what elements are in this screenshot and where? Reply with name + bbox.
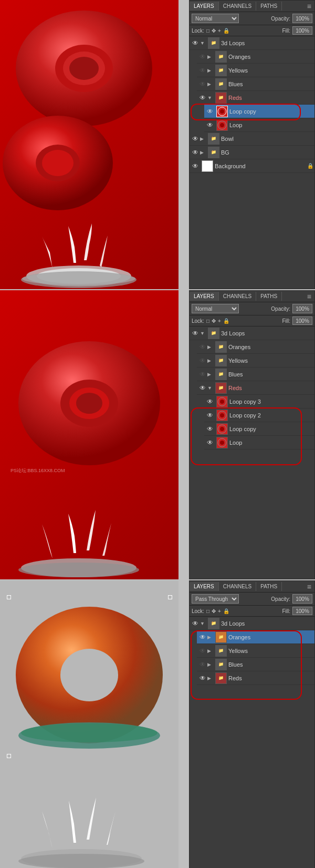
layer-loopcopy3-2[interactable]: 👁 Loop copy 3 (204, 395, 314, 409)
expand-oranges-3[interactable]: ▶ (207, 635, 214, 640)
opacity-input-2[interactable] (292, 304, 312, 313)
lock-image-icon-1: + (218, 28, 221, 34)
lock-a-3: 🔒 (223, 608, 229, 614)
expand-reds-3[interactable]: ▶ (207, 676, 214, 681)
layer-blues-1[interactable]: 👁 ▶ 📁 Blues (197, 77, 314, 91)
layer-oranges-1[interactable]: 👁 ▶ 📁 Oranges (197, 50, 314, 64)
layer-oranges-2[interactable]: 👁 ▶ 📁 Oranges (197, 340, 314, 354)
visibility-icon-yellows-3[interactable]: 👁 (198, 647, 207, 655)
visibility-icon-3dLoops-3[interactable]: 👁 (191, 620, 200, 627)
layer-reds-3[interactable]: 👁 ▶ 📁 Reds (197, 671, 314, 685)
blend-mode-select-1[interactable]: Normal (192, 14, 239, 23)
opacity-label-2: Opacity: (271, 306, 290, 312)
layer-name-loopcopy3-2: Loop copy 3 (229, 399, 313, 405)
layer-background-1[interactable]: 👁 Background 🔒 (190, 159, 314, 173)
expand-bg-1[interactable]: ▶ (200, 150, 206, 155)
expand-yellows-2[interactable]: ▶ (207, 358, 214, 363)
visibility-icon-loopcopy-2[interactable]: 👁 (205, 425, 215, 433)
fill-input-3[interactable] (292, 607, 312, 615)
layer-name-loopcopy-2: Loop copy (229, 426, 313, 432)
lock-m-2: ✥ (212, 318, 216, 324)
visibility-icon-loopcopy-1[interactable]: 👁 (205, 108, 215, 115)
expand-3dLoops-1[interactable]: ▼ (200, 40, 206, 46)
tab-channels-2[interactable]: CHANNELS (219, 292, 256, 301)
visibility-icon-3dLoops-2[interactable]: 👁 (191, 330, 200, 337)
expand-bowl-1[interactable]: ▶ (200, 136, 206, 141)
visibility-icon-yellows-2[interactable]: 👁 (198, 357, 207, 364)
visibility-icon-oranges-3[interactable]: 👁 (198, 634, 207, 641)
expand-reds-2[interactable]: ▼ (207, 385, 214, 391)
visibility-icon-blues-1[interactable]: 👁 (198, 80, 207, 88)
expand-3dLoops-2[interactable]: ▼ (200, 331, 206, 336)
layer-loop-2[interactable]: 👁 Loop (204, 436, 314, 450)
expand-reds-1[interactable]: ▼ (207, 95, 214, 100)
tab-paths-2[interactable]: PATHS (256, 292, 282, 301)
layer-yellows-1[interactable]: 👁 ▶ 📁 Yellows (197, 64, 314, 77)
visibility-icon-reds-3[interactable]: 👁 (198, 675, 207, 682)
expand-blues-1[interactable]: ▶ (207, 81, 214, 87)
layer-loop-1[interactable]: 👁 Loop (204, 118, 314, 132)
visibility-icon-3dLoops-1[interactable]: 👁 (191, 39, 200, 47)
fill-label-3: Fill: (282, 608, 290, 614)
visibility-icon-loopcopy2-2[interactable]: 👁 (205, 412, 215, 419)
tab-paths-1[interactable]: PATHS (256, 2, 282, 11)
panel-menu-1[interactable]: ≡ (304, 1, 314, 12)
expand-blues-3[interactable]: ▶ (207, 662, 214, 667)
layer-3dLoops-2[interactable]: 👁 ▼ 📁 3d Loops (190, 326, 314, 340)
visibility-icon-blues-3[interactable]: 👁 (198, 661, 207, 668)
expand-yellows-1[interactable]: ▶ (207, 68, 214, 73)
expand-oranges-2[interactable]: ▶ (207, 344, 214, 350)
layer-bg-1[interactable]: 👁 ▶ 📁 BG (190, 146, 314, 159)
opacity-input-1[interactable] (292, 14, 312, 23)
tab-paths-3[interactable]: PATHS (256, 582, 282, 591)
layer-loopcopy2-2[interactable]: 👁 Loop copy 2 (204, 409, 314, 422)
visibility-icon-bg-1[interactable]: 👁 (191, 149, 200, 156)
expand-yellows-3[interactable]: ▶ (207, 648, 214, 653)
svg-point-20 (18, 563, 139, 577)
layer-thumb-3dLoops-3: 📁 (208, 618, 219, 629)
tab-layers-2[interactable]: LAYERS (190, 292, 219, 301)
visibility-icon-oranges-2[interactable]: 👁 (198, 343, 207, 351)
visibility-icon-oranges-1[interactable]: 👁 (198, 53, 207, 60)
layer-3dLoops-1[interactable]: 👁 ▼ 📁 3d Loops (190, 36, 314, 50)
layer-loopcopy-1[interactable]: 👁 Loop copy (204, 105, 314, 118)
watermark-2: PS论坛:BBS.16XX8.COM (10, 467, 65, 474)
layer-yellows-2[interactable]: 👁 ▶ 📁 Yellows (197, 354, 314, 367)
blend-mode-select-2[interactable]: Normal (192, 304, 239, 313)
fill-input-2[interactable] (292, 316, 312, 325)
blend-row-1: Normal Opacity: (190, 12, 314, 25)
layer-loopcopy-2[interactable]: 👁 Loop copy (204, 422, 314, 436)
tab-layers-1[interactable]: LAYERS (190, 2, 219, 11)
panel-tabs-3: LAYERS CHANNELS PATHS ≡ (190, 581, 314, 593)
layer-bowl-1[interactable]: 👁 ▶ 📁 Bowl (190, 132, 314, 146)
visibility-icon-background-1[interactable]: 👁 (191, 162, 200, 170)
visibility-icon-loop-1[interactable]: 👁 (205, 121, 215, 129)
fill-input-1[interactable] (292, 26, 312, 35)
visibility-icon-loop-2[interactable]: 👁 (205, 439, 215, 446)
visibility-icon-loopcopy3-2[interactable]: 👁 (205, 398, 215, 405)
visibility-icon-reds-2[interactable]: 👁 (198, 384, 207, 392)
tab-layers-3[interactable]: LAYERS (190, 582, 219, 591)
expand-blues-2[interactable]: ▶ (207, 372, 214, 377)
visibility-icon-bowl-1[interactable]: 👁 (191, 135, 200, 142)
layer-3dLoops-3[interactable]: 👁 ▼ 📁 3d Loops (190, 617, 314, 630)
layer-yellows-3[interactable]: 👁 ▶ 📁 Yellows (197, 644, 314, 658)
blend-mode-select-3[interactable]: Pass Through (192, 594, 239, 604)
visibility-icon-blues-2[interactable]: 👁 (198, 371, 207, 378)
visibility-icon-reds-1[interactable]: 👁 (198, 94, 207, 101)
layer-oranges-3[interactable]: 👁 ▶ 📁 Oranges (197, 630, 314, 644)
expand-3dLoops-3[interactable]: ▼ (200, 621, 206, 626)
layer-reds-1[interactable]: 👁 ▼ 📁 Reds (197, 91, 314, 105)
lock-a-2: 🔒 (223, 318, 229, 324)
expand-oranges-1[interactable]: ▶ (207, 54, 214, 59)
panel-menu-2[interactable]: ≡ (304, 291, 314, 302)
svg-point-34 (18, 854, 144, 868)
tab-channels-1[interactable]: CHANNELS (219, 2, 256, 11)
opacity-input-3[interactable] (292, 594, 312, 604)
layer-reds-2[interactable]: 👁 ▼ 📁 Reds (197, 381, 314, 395)
panel-menu-3[interactable]: ≡ (304, 581, 314, 592)
layer-blues-2[interactable]: 👁 ▶ 📁 Blues (197, 367, 314, 381)
tab-channels-3[interactable]: CHANNELS (219, 582, 256, 591)
visibility-icon-yellows-1[interactable]: 👁 (198, 67, 207, 74)
layer-blues-3[interactable]: 👁 ▶ 📁 Blues (197, 658, 314, 671)
